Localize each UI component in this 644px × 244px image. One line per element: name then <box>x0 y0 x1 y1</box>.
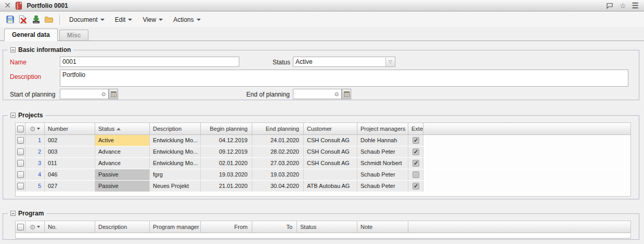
gear-icon: ⚙ <box>30 224 36 231</box>
column-header-status[interactable]: Status <box>95 123 150 134</box>
menu-document[interactable]: Document <box>64 14 110 25</box>
cell-status: Passive <box>95 169 150 180</box>
name-label: Name <box>10 59 27 66</box>
today-icon[interactable]: ⊙ <box>332 91 341 97</box>
row-number[interactable]: 4 <box>25 169 45 180</box>
start-of-planning-input[interactable] <box>60 90 99 98</box>
grid-settings-button[interactable]: ⚙ <box>25 126 44 132</box>
table-row[interactable]: 4 046 Passive fgrg 19.03.2020 19.03.2020… <box>16 169 630 181</box>
cell-project-managers: Schmidt Norbert <box>357 158 408 169</box>
column-header-end-planning[interactable]: End planning <box>252 123 304 134</box>
description-field[interactable]: Portfolio <box>60 70 628 87</box>
gear-icon: ⚙ <box>30 126 36 132</box>
tab-misc-label: Misc <box>67 32 81 39</box>
menu-actions[interactable]: Actions <box>168 14 205 25</box>
column-header-project-managers[interactable]: Project managers <box>357 123 408 134</box>
close-icon[interactable]: ✕ <box>4 1 11 10</box>
menu-edit[interactable]: Edit <box>110 14 138 25</box>
external-checkbox <box>413 183 419 189</box>
row-number[interactable]: 3 <box>25 158 45 169</box>
column-header-note[interactable]: Note <box>357 221 408 233</box>
row-select-checkbox[interactable] <box>17 183 24 189</box>
column-header-program-manager[interactable]: Program manager <box>150 221 201 233</box>
grid-settings-button[interactable]: ⚙ <box>25 224 44 231</box>
tab-general-data[interactable]: General data <box>4 29 58 41</box>
menu-hamburger-icon[interactable]: ☰ <box>632 2 639 9</box>
row-select-checkbox[interactable] <box>17 137 24 144</box>
column-header-begin-planning[interactable]: Begin planning <box>201 123 252 134</box>
chevron-down-icon <box>159 19 163 21</box>
cell-project-managers: Schaub Peter <box>357 181 408 192</box>
import-button[interactable] <box>30 14 42 25</box>
select-all-checkbox-cell <box>16 221 25 233</box>
sort-ascending-icon <box>117 128 121 130</box>
pin-icon[interactable] <box>606 2 614 10</box>
table-row[interactable]: 2 003 Advance Entwicklung Mo... 09.12.20… <box>16 146 630 158</box>
start-of-planning-field[interactable]: ⊙ <box>60 89 109 99</box>
column-header-to[interactable]: To <box>252 221 297 233</box>
cell-description: Neues Projekt <box>150 181 201 192</box>
chevron-down-icon <box>37 128 40 130</box>
projects-grid: ⚙ Number Status Description Begin planni… <box>15 123 631 197</box>
end-calendar-button[interactable] <box>342 89 351 99</box>
portfolio-book-icon <box>15 2 22 10</box>
window-title: Portfolio 0001 <box>27 2 68 9</box>
column-header-number[interactable]: Number <box>45 123 95 134</box>
basic-information-legend: − Basic information <box>8 46 73 53</box>
row-select-checkbox[interactable] <box>17 160 24 167</box>
collapse-icon[interactable]: − <box>10 113 16 118</box>
menu-view-label: View <box>143 16 156 23</box>
cell-number: 046 <box>45 169 95 180</box>
table-row[interactable]: 3 011 Advance Entwicklung Mo... 02.01.20… <box>16 158 630 169</box>
name-field[interactable] <box>60 57 239 67</box>
select-all-checkbox[interactable] <box>17 126 24 132</box>
column-header-customer[interactable]: Customer <box>304 123 357 134</box>
column-header-from[interactable]: From <box>201 221 252 233</box>
cell-end-planning: 28.02.2020 <box>252 146 304 157</box>
tab-misc[interactable]: Misc <box>59 30 89 40</box>
cell-description: fgrg <box>150 169 201 180</box>
favorite-star-icon[interactable]: ☆ <box>620 2 626 9</box>
column-header-status[interactable]: Status <box>297 221 357 233</box>
external-checkbox <box>413 160 419 167</box>
program-legend: − Program <box>8 210 46 217</box>
today-icon[interactable]: ⊙ <box>99 91 108 97</box>
column-header-no[interactable]: No. <box>45 221 95 233</box>
row-select-checkbox[interactable] <box>17 148 24 155</box>
cell-end-planning: 27.03.2020 <box>252 158 304 169</box>
toolbar-separator <box>59 15 60 25</box>
row-number[interactable]: 1 <box>25 135 45 146</box>
row-select-checkbox[interactable] <box>17 171 24 178</box>
collapse-icon[interactable]: − <box>10 211 16 216</box>
column-header-external[interactable]: Exter <box>408 123 423 134</box>
cell-description: Entwicklung Mo... <box>150 146 201 157</box>
row-number[interactable]: 2 <box>25 146 45 157</box>
cell-project-managers: Schaub Peter <box>357 169 408 180</box>
cell-end-planning: 24.01.2020 <box>252 135 304 146</box>
program-empty-row <box>16 233 630 238</box>
projects-grid-header: ⚙ Number Status Description Begin planni… <box>16 123 630 135</box>
end-of-planning-input[interactable] <box>293 90 332 98</box>
menu-view[interactable]: View <box>137 14 168 25</box>
start-calendar-button[interactable] <box>109 89 118 99</box>
menu-edit-label: Edit <box>115 16 126 23</box>
save-button[interactable] <box>4 14 16 25</box>
titlebar: ✕ Portfolio 0001 ☆ ☰ <box>0 0 644 11</box>
column-header-description[interactable]: Description <box>150 123 201 134</box>
open-folder-button[interactable] <box>43 14 55 25</box>
chevron-down-icon <box>128 19 132 21</box>
cell-description: Entwicklung Mo... <box>150 158 201 169</box>
end-of-planning-field[interactable]: ⊙ <box>293 89 342 99</box>
table-row[interactable]: 5 027 Passive Neues Projekt 21.01.2020 3… <box>16 181 630 192</box>
status-select[interactable]: Active ▽ <box>293 57 395 67</box>
row-number[interactable]: 5 <box>25 181 45 192</box>
table-row[interactable]: 1 002 Active Entwicklung Mo... 04.12.201… <box>16 135 630 146</box>
discard-document-button[interactable] <box>17 14 29 25</box>
select-all-checkbox[interactable] <box>17 224 24 231</box>
column-header-description[interactable]: Description <box>95 221 150 233</box>
cell-begin-planning: 04.12.2019 <box>201 135 252 146</box>
cell-customer: CSH Consult AG <box>304 146 357 157</box>
column-header-filler <box>423 123 630 134</box>
dropdown-trigger-icon[interactable]: ▽ <box>385 57 395 66</box>
collapse-icon[interactable]: − <box>10 47 16 52</box>
